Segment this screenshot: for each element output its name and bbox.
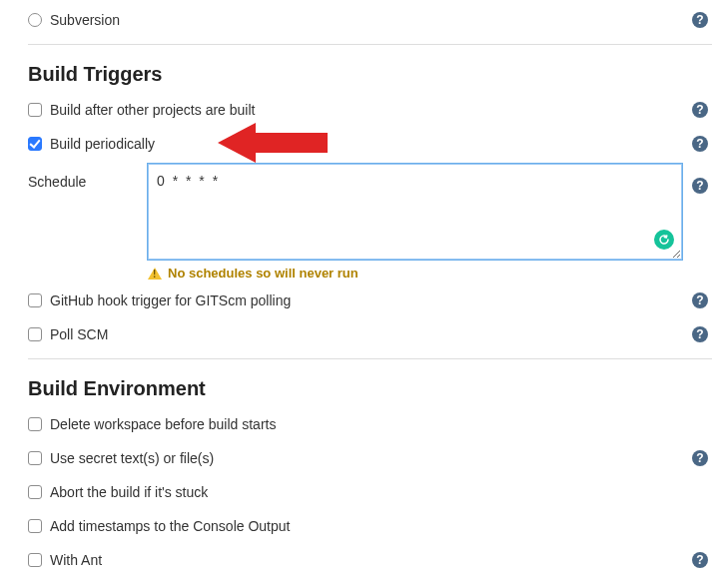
timestamps-label: Add timestamps to the Console Output	[50, 518, 290, 534]
help-icon[interactable]: ?	[692, 552, 708, 568]
build-periodically-checkbox[interactable]	[28, 137, 42, 151]
build-after-checkbox[interactable]	[28, 103, 42, 117]
build-environment-title: Build Environment	[28, 377, 712, 400]
warning-icon	[148, 268, 162, 280]
secret-text-checkbox[interactable]	[28, 451, 42, 465]
with-ant-label: With Ant	[50, 552, 102, 568]
delete-workspace-label: Delete workspace before build starts	[50, 416, 276, 432]
config-page: Subversion ? Build Triggers Build after …	[0, 0, 728, 574]
schedule-warning-text: No schedules so will never run	[168, 266, 359, 281]
github-hook-label: GitHub hook trigger for GITScm polling	[50, 292, 291, 308]
with-ant-checkbox[interactable]	[28, 553, 42, 567]
schedule-label: Schedule	[28, 164, 148, 190]
abort-stuck-checkbox[interactable]	[28, 485, 42, 499]
scm-subversion-label: Subversion	[50, 12, 120, 28]
build-after-label: Build after other projects are built	[50, 102, 255, 118]
scm-subversion-row: Subversion ?	[28, 6, 712, 34]
timestamps-checkbox[interactable]	[28, 519, 42, 533]
timestamps-row: Add timestamps to the Console Output	[28, 512, 712, 540]
grammarly-icon[interactable]	[654, 230, 674, 250]
secret-text-row: Use secret text(s) or file(s) ?	[28, 444, 712, 472]
schedule-textarea[interactable]	[148, 164, 682, 260]
secret-text-label: Use secret text(s) or file(s)	[50, 450, 214, 466]
schedule-row: Schedule ?	[28, 164, 712, 260]
build-triggers-title: Build Triggers	[28, 63, 712, 86]
help-icon[interactable]: ?	[692, 292, 708, 308]
help-icon[interactable]: ?	[692, 102, 708, 118]
github-hook-row: GitHub hook trigger for GITScm polling ?	[28, 287, 712, 314]
abort-stuck-row: Abort the build if it's stuck	[28, 478, 712, 506]
poll-scm-row: Poll SCM ?	[28, 320, 712, 348]
abort-stuck-label: Abort the build if it's stuck	[50, 484, 208, 500]
annotation-arrow	[218, 126, 328, 160]
help-icon[interactable]: ?	[692, 450, 708, 466]
build-periodically-label: Build periodically	[50, 136, 155, 152]
help-icon[interactable]: ?	[692, 178, 708, 194]
build-periodically-row: Build periodically ?	[28, 130, 712, 158]
schedule-warning-row: No schedules so will never run	[148, 266, 712, 281]
build-after-row: Build after other projects are built ?	[28, 96, 712, 124]
with-ant-row: With Ant ?	[28, 546, 712, 574]
delete-workspace-row: Delete workspace before build starts	[28, 410, 712, 438]
poll-scm-label: Poll SCM	[50, 326, 108, 342]
delete-workspace-checkbox[interactable]	[28, 417, 42, 431]
scm-subversion-radio[interactable]	[28, 13, 42, 27]
github-hook-checkbox[interactable]	[28, 293, 42, 307]
help-icon[interactable]: ?	[692, 326, 708, 342]
poll-scm-checkbox[interactable]	[28, 327, 42, 341]
section-divider	[28, 44, 712, 45]
section-divider	[28, 358, 712, 359]
help-icon[interactable]: ?	[692, 12, 708, 28]
help-icon[interactable]: ?	[692, 136, 708, 152]
